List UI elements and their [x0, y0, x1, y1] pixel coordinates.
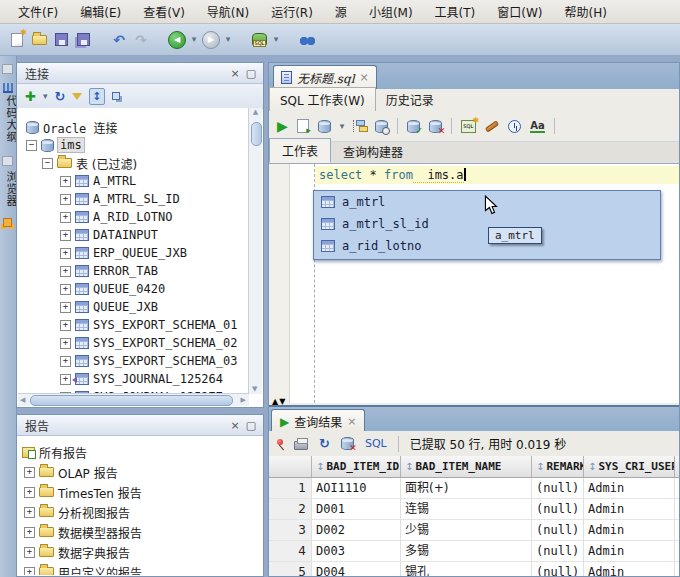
table-row[interactable]: 4 D003 多锡 (null) Admin 2	[269, 541, 679, 562]
close-icon[interactable]: ×	[227, 419, 243, 432]
minimize-icon[interactable]: ▢	[243, 419, 259, 432]
tree-item-table[interactable]: +ERROR_TAB	[18, 262, 249, 280]
expand-icon[interactable]: +	[60, 248, 71, 259]
menu-source[interactable]: 源	[325, 1, 357, 22]
vertical-scrollbar[interactable]: ▲ ▼	[248, 108, 262, 394]
cell[interactable]: 少锡	[401, 520, 532, 540]
database-actions-icon[interactable]	[318, 120, 331, 133]
tab-worksheet[interactable]: 工作表	[269, 138, 331, 163]
run-statement-button[interactable]: ▶	[277, 118, 288, 134]
print-icon[interactable]	[294, 441, 308, 450]
tree-item-table[interactable]: +DATAINPUT	[18, 226, 249, 244]
sql-editor[interactable]: select * from ims.a a_mtrl a_mtrl_sl_id …	[269, 164, 679, 403]
tree-item-report-folder[interactable]: +用户定义的报告	[18, 562, 262, 575]
expand-icon[interactable]: +	[24, 527, 35, 538]
cell[interactable]: (null)	[532, 520, 584, 540]
menu-edit[interactable]: 编辑(E)	[70, 1, 131, 22]
redo-button[interactable]: ↷	[130, 28, 152, 52]
scroll-right-icon[interactable]: ▶	[241, 396, 246, 404]
tab-history[interactable]: 历史记录	[376, 88, 444, 111]
table-row[interactable]: 2 D001 连锡 (null) Admin 2	[269, 499, 679, 520]
expand-icon[interactable]: +	[60, 212, 71, 223]
cell[interactable]: D003	[312, 541, 401, 561]
expand-icon[interactable]: +	[60, 338, 71, 349]
menu-run[interactable]: 运行(R)	[261, 1, 323, 22]
open-file-button[interactable]	[28, 28, 50, 52]
back-dropdown[interactable]: ▾	[188, 28, 200, 52]
autocomplete-item[interactable]: a_mtrl_sl_id	[314, 213, 660, 235]
pin-icon[interactable]	[277, 439, 283, 445]
chevron-down-icon[interactable]: ▾	[340, 122, 345, 131]
commit-icon[interactable]	[407, 120, 420, 133]
tree-item-connection-ims[interactable]: − ims	[18, 136, 249, 154]
back-button[interactable]: ◀	[166, 28, 188, 52]
refresh-button[interactable]: ↻	[54, 89, 65, 104]
expand-icon[interactable]: +	[24, 467, 35, 478]
save-button[interactable]	[50, 28, 72, 52]
cell[interactable]: (null)	[532, 478, 584, 498]
column-header[interactable]: ↕SYS_CRI_USER	[584, 456, 675, 477]
clear-icon[interactable]	[485, 120, 499, 132]
tree-item-table[interactable]: +QUEUE_0420	[18, 280, 249, 298]
tree-item-report-folder[interactable]: +TimesTen 报告	[18, 482, 262, 502]
dock-tab-icon[interactable]	[2, 64, 13, 74]
cell[interactable]: AOI1110	[312, 478, 401, 498]
autocomplete-item[interactable]: a_rid_lotno	[314, 235, 660, 257]
expand-icon[interactable]: +	[60, 284, 71, 295]
tree-item-report-folder[interactable]: +分析视图报告	[18, 502, 262, 522]
tab-query-result[interactable]: ▶ 查询结果 ×	[271, 409, 365, 433]
tree-item-report-folder[interactable]: +数据字典报告	[18, 542, 262, 562]
find-button[interactable]	[296, 28, 318, 52]
cell-partial[interactable]: 2	[675, 562, 679, 576]
scroll-down-icon[interactable]: ▼	[252, 385, 257, 393]
close-icon[interactable]: ×	[347, 415, 356, 428]
cell[interactable]: D002	[312, 520, 401, 540]
explain-plan-icon[interactable]	[353, 120, 366, 132]
tree-item-table[interactable]: +ERP_QUEUE_JXB	[18, 244, 249, 262]
cell[interactable]: (null)	[532, 541, 584, 561]
refresh-icon[interactable]: ↻	[319, 436, 330, 451]
tree-item-table[interactable]: +A_RID_LOTNO	[18, 208, 249, 226]
autotrace-icon[interactable]	[375, 120, 388, 133]
menu-tools[interactable]: 工具(T)	[425, 1, 486, 22]
tree-item-table[interactable]: +A_MTRL_SL_ID	[18, 190, 249, 208]
run-script-icon[interactable]	[297, 119, 309, 133]
expand-icon[interactable]: +	[60, 266, 71, 277]
expand-icon[interactable]: +	[60, 230, 71, 241]
expand-icon[interactable]: +	[24, 547, 35, 558]
scrollbar-thumb[interactable]	[30, 395, 233, 406]
tree-item-table[interactable]: +SYS_EXPORT_SCHEMA_02	[18, 334, 249, 352]
cell[interactable]: Admin	[584, 478, 675, 498]
menu-file[interactable]: 文件(F)	[8, 1, 68, 22]
cell[interactable]: 锡孔	[401, 562, 532, 576]
tree-item-table[interactable]: +A_MTRL	[18, 172, 249, 190]
cell-partial[interactable]: 2	[675, 520, 679, 540]
undo-button[interactable]: ↶	[108, 28, 130, 52]
cell[interactable]: Admin	[584, 541, 675, 561]
tree-item-all-reports[interactable]: 所有报告	[18, 442, 262, 462]
menu-view[interactable]: 查看(V)	[133, 1, 195, 22]
cell[interactable]: 多锡	[401, 541, 532, 561]
forward-dropdown[interactable]: ▾	[222, 28, 234, 52]
cell-partial[interactable]: 2	[675, 478, 679, 498]
filter-icon[interactable]	[72, 93, 82, 100]
tab-untitled-sql[interactable]: 无标题.sql ×	[273, 65, 377, 89]
tab-query-builder[interactable]: 查询构建器	[331, 140, 415, 163]
clear-results-icon[interactable]	[341, 437, 354, 450]
sql-connection-button[interactable]	[248, 28, 270, 52]
cell[interactable]: Admin	[584, 499, 675, 519]
add-dropdown-icon[interactable]: ▾	[43, 92, 48, 101]
splitter-arrows-icon[interactable]: ▲▼	[272, 397, 286, 406]
expand-icon[interactable]: +	[60, 176, 71, 187]
tree-item-report-folder[interactable]: +OLAP 报告	[18, 462, 262, 482]
cell-partial[interactable]: 2	[675, 499, 679, 519]
tree-item-table[interactable]: +SYS_JOURNAL_125264	[18, 370, 249, 388]
close-icon[interactable]: ×	[360, 71, 369, 84]
expand-icon[interactable]: +	[24, 487, 35, 498]
scroll-up-icon[interactable]: ▲	[253, 108, 258, 116]
menu-help[interactable]: 帮助(H)	[555, 1, 617, 22]
column-header[interactable]: ↕BAD_ITEM_NAME	[401, 456, 532, 477]
menu-navigate[interactable]: 导航(N)	[197, 1, 259, 22]
cell[interactable]: D004	[312, 562, 401, 576]
minimize-icon[interactable]: ▢	[243, 67, 259, 80]
